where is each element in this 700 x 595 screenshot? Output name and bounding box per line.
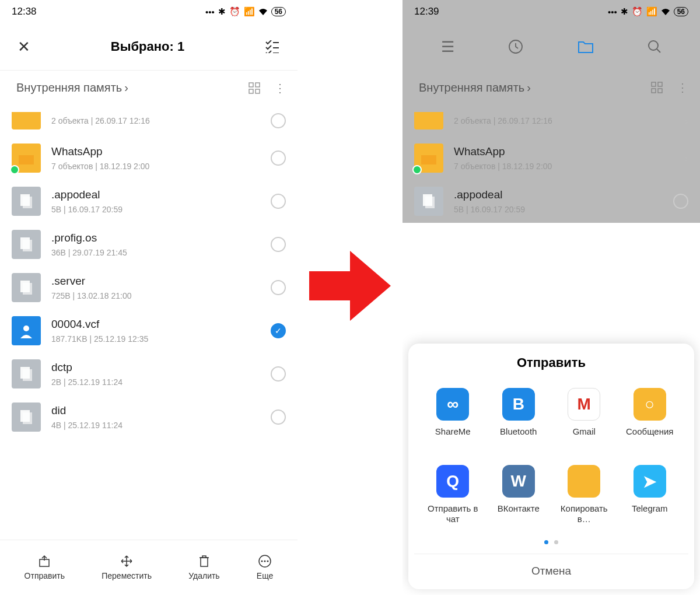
item-name: 00004.vcf [51, 318, 260, 331]
share-app-gmail[interactable]: MGmail [554, 388, 614, 447]
app-label: ShareMe [435, 426, 471, 447]
svg-rect-2 [249, 89, 253, 93]
item-info: .appodeal5B | 16.09.17 20:59 [51, 188, 260, 214]
trash-icon [198, 555, 210, 568]
svg-rect-16 [201, 558, 208, 566]
list-item[interactable]: .appodeal5B | 16.09.17 20:59 [0, 180, 298, 223]
app-icon [568, 465, 600, 498]
select-all-icon[interactable] [265, 40, 280, 53]
svg-marker-21 [309, 251, 391, 321]
grid-view-icon[interactable] [651, 82, 663, 93]
move-icon [120, 555, 133, 568]
recent-icon[interactable] [508, 39, 523, 54]
more-label: Еще [257, 571, 274, 580]
item-info: 2 объекта | 26.09.17 12:16 [51, 116, 260, 125]
list-item[interactable]: 00004.vcf187.71KB | 25.12.19 12:35✓ [0, 309, 298, 352]
send-label: Отправить [24, 571, 65, 580]
file-icon [12, 273, 41, 302]
more-icon: ••• [608, 7, 617, 17]
share-app-вконтакте[interactable]: WВКонтакте [489, 465, 549, 524]
list-item[interactable]: did4B | 25.12.19 11:24 [0, 396, 298, 439]
item-info: 2 объекта | 26.09.17 12:16 [454, 116, 674, 125]
signal-icon: 📶 [646, 6, 657, 17]
share-grid: ∞ShareMeBBluetoothMGmail○СообщенияQОтпра… [414, 388, 688, 524]
list-item[interactable]: WhatsApp7 объектов | 18.12.19 2:00› [402, 136, 700, 180]
selection-checkbox[interactable] [271, 237, 286, 252]
chevron-right-icon: › [124, 81, 128, 94]
share-app-сообщения[interactable]: ○Сообщения [620, 388, 680, 447]
more-vert-icon[interactable]: ⋮ [274, 81, 286, 95]
menu-icon[interactable]: ☰ [441, 38, 454, 56]
share-app-копировать-в-[interactable]: Копировать в… [554, 465, 614, 524]
app-label: Telegram [632, 503, 668, 524]
app-label: ВКонтакте [498, 503, 540, 524]
more-button[interactable]: Еще [257, 555, 274, 580]
whatsapp-badge-icon [412, 165, 422, 174]
dimmed-background: 12:39 ••• ✱ ⏰ 📶 56 ☰ [402, 0, 700, 223]
folder-icon [414, 112, 443, 130]
more-horiz-icon [258, 555, 271, 568]
app-icon: ○ [634, 388, 666, 421]
breadcrumb-label: Внутренняя память [419, 81, 524, 94]
selection-checkbox[interactable] [271, 280, 286, 295]
list-item[interactable]: dctp2B | 25.12.19 11:24 [0, 352, 298, 396]
item-meta: 187.71KB | 25.12.19 12:35 [51, 334, 260, 344]
share-app-shareme[interactable]: ∞ShareMe [423, 388, 483, 447]
move-label: Переместить [102, 571, 152, 580]
list-item[interactable]: WhatsApp7 объектов | 18.12.19 2:00 [0, 136, 298, 180]
list-item[interactable]: .profig.os36B | 29.07.19 21:45 [0, 223, 298, 266]
selection-checkbox[interactable] [271, 366, 286, 382]
svg-rect-0 [249, 83, 253, 87]
delete-label: Удалить [188, 571, 219, 580]
chevron-right-icon: › [684, 114, 688, 128]
item-meta: 36B | 29.07.19 21:45 [51, 248, 260, 257]
app-icon: Q [436, 465, 469, 498]
folder-tab-icon[interactable] [578, 40, 594, 54]
selection-checkbox[interactable]: ✓ [271, 323, 286, 338]
list-item[interactable]: 2 объекта | 26.09.17 12:16› [402, 105, 700, 136]
bottom-action-bar: Отправить Переместить Удалить Еще [0, 540, 298, 595]
selection-checkbox[interactable] [271, 410, 286, 425]
svg-rect-26 [652, 89, 656, 93]
share-app-отправить-в-чат[interactable]: QОтправить в чат [423, 465, 483, 524]
selection-checkbox[interactable] [271, 194, 286, 209]
share-icon [38, 555, 51, 568]
search-icon[interactable] [648, 40, 662, 54]
list-item[interactable]: 2 объекта | 26.09.17 12:16 [0, 105, 298, 136]
top-tabs: ☰ [402, 23, 700, 70]
battery-level: 56 [271, 7, 286, 16]
delete-button[interactable]: Удалить [188, 555, 219, 580]
item-info: .server725B | 13.02.18 21:00 [51, 275, 260, 300]
item-meta: 2 объекта | 26.09.17 12:16 [454, 116, 674, 125]
svg-rect-5 [23, 197, 32, 208]
cancel-button[interactable]: Отмена [414, 554, 688, 583]
list-item[interactable]: .server725B | 13.02.18 21:00 [0, 266, 298, 309]
send-button[interactable]: Отправить [24, 555, 65, 580]
list-item[interactable]: .appodeal5B | 16.09.17 20:59 [402, 180, 700, 223]
selection-checkbox[interactable] [673, 194, 688, 209]
share-app-bluetooth[interactable]: BBluetooth [489, 388, 549, 447]
svg-rect-29 [425, 197, 435, 208]
alarm-icon: ⏰ [229, 6, 240, 17]
app-icon: ➤ [634, 465, 666, 498]
item-name: .profig.os [51, 232, 260, 244]
item-name: .server [51, 275, 260, 288]
wifi-icon [661, 8, 670, 15]
item-name: WhatsApp [454, 145, 674, 158]
selection-checkbox[interactable] [271, 113, 286, 128]
pagination-dots [414, 536, 688, 547]
item-meta: 7 объектов | 18.12.19 2:00 [51, 162, 260, 171]
close-icon[interactable]: ✕ [18, 38, 30, 56]
breadcrumb[interactable]: Внутренняя память › [16, 81, 128, 94]
grid-view-icon[interactable] [249, 82, 260, 94]
svg-rect-14 [23, 412, 32, 424]
file-icon [12, 230, 41, 259]
share-app-telegram[interactable]: ➤Telegram [620, 465, 680, 524]
whatsapp-badge-icon [10, 165, 19, 174]
more-vert-icon[interactable]: ⋮ [677, 80, 688, 94]
selection-checkbox[interactable] [271, 150, 286, 166]
item-name: dctp [51, 361, 260, 374]
breadcrumb[interactable]: Внутренняя память › [419, 81, 531, 94]
item-info: WhatsApp7 объектов | 18.12.19 2:00 [51, 145, 260, 171]
move-button[interactable]: Переместить [102, 555, 152, 580]
